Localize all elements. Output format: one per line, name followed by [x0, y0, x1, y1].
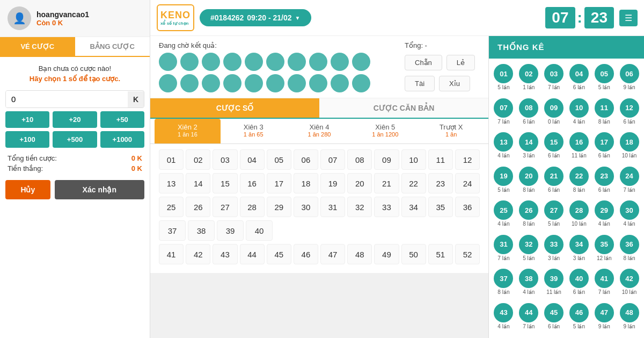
tab-cuoc-can-ban[interactable]: CƯỢC CĂN BẢN — [319, 98, 488, 118]
stat-count: 10 lần — [622, 289, 637, 295]
number-cell-39[interactable]: 39 — [217, 220, 244, 241]
stat-count: 6 lần — [573, 289, 585, 295]
amount-input[interactable] — [6, 91, 128, 107]
xien-tab-4[interactable]: Xiên 41 ăn 280 — [287, 119, 353, 143]
stat-number: 11 — [595, 98, 614, 118]
quick-btn-100[interactable]: +100 — [5, 131, 49, 148]
number-cell-12[interactable]: 12 — [455, 149, 480, 170]
number-cell-51[interactable]: 51 — [428, 244, 453, 264]
number-cell-21[interactable]: 21 — [374, 173, 399, 193]
number-cell-17[interactable]: 17 — [267, 173, 291, 193]
stat-number: 28 — [569, 200, 589, 220]
stat-cell-34: 343 lần — [566, 233, 591, 267]
number-cell-10[interactable]: 10 — [401, 149, 426, 170]
stats-grid: 015 lần021 lần037 lần046 lần055 lần069 l… — [489, 59, 644, 338]
xien-tab-3[interactable]: Xiên 31 ăn 65 — [221, 119, 287, 143]
number-cell-36[interactable]: 36 — [455, 197, 480, 217]
number-cell-13[interactable]: 13 — [159, 173, 184, 193]
number-cell-2[interactable]: 02 — [186, 149, 210, 170]
number-cell-1[interactable]: 01 — [159, 149, 184, 170]
notice-main: Bạn chưa có cược nào! — [5, 64, 144, 73]
number-cell-6[interactable]: 06 — [294, 149, 318, 170]
number-cell-40[interactable]: 40 — [246, 220, 273, 241]
amount-unit: K — [128, 91, 144, 107]
number-cell-42[interactable]: 42 — [186, 244, 210, 264]
stat-count: 11 lần — [572, 153, 587, 159]
number-cell-23[interactable]: 23 — [428, 173, 453, 193]
number-cell-24[interactable]: 24 — [455, 173, 480, 193]
number-cell-22[interactable]: 22 — [401, 173, 426, 193]
number-cell-52[interactable]: 52 — [455, 244, 480, 264]
number-cell-47[interactable]: 47 — [320, 244, 345, 264]
stat-count: 4 lần — [497, 221, 509, 227]
tab-ve-cuoc[interactable]: VÉ CƯỢC — [0, 37, 75, 56]
game-id-button[interactable]: #0184262 09:20 - 21/02 ▼ — [200, 9, 311, 26]
xien-tab-6[interactable]: Trượt X1 ăn — [418, 119, 484, 143]
number-cell-34[interactable]: 34 — [401, 197, 426, 217]
number-cell-9[interactable]: 09 — [374, 149, 399, 170]
tab-bang-cuoc[interactable]: BẢNG CƯỢC — [75, 37, 150, 56]
stat-count: 5 lần — [573, 323, 585, 329]
draw-ball — [159, 74, 177, 92]
number-cell-25[interactable]: 25 — [159, 197, 184, 217]
number-cell-38[interactable]: 38 — [188, 220, 215, 241]
stat-cell-20: 208 lần — [516, 164, 541, 199]
number-cell-44[interactable]: 44 — [240, 244, 265, 264]
stat-count: 1 lần — [523, 84, 535, 90]
confirm-button[interactable]: Xác nhận — [55, 180, 144, 199]
number-cell-29[interactable]: 29 — [267, 197, 291, 217]
number-cell-4[interactable]: 04 — [240, 149, 265, 170]
number-cell-14[interactable]: 14 — [186, 173, 210, 193]
timer-icon-button[interactable]: ☰ — [619, 10, 638, 26]
number-cell-11[interactable]: 11 — [428, 149, 453, 170]
stat-cell-33: 333 lần — [541, 233, 567, 267]
content-row: Đang chờ kết quả: Tổng: - Chẵn Lẻ Tài Xỉ… — [150, 36, 644, 338]
number-cell-28[interactable]: 28 — [240, 197, 265, 217]
number-cell-45[interactable]: 45 — [267, 244, 291, 264]
number-cell-37[interactable]: 37 — [159, 220, 186, 241]
number-cell-3[interactable]: 03 — [213, 149, 237, 170]
quick-btn-50[interactable]: +50 — [100, 111, 144, 128]
number-cell-19[interactable]: 19 — [320, 173, 345, 193]
stat-count: 0 lần — [548, 119, 560, 125]
number-cell-27[interactable]: 27 — [213, 197, 237, 217]
stat-number: 26 — [519, 200, 538, 220]
quick-btn-10[interactable]: +10 — [5, 111, 49, 128]
left-panel: 👤 hoangvancao1 Còn 0 K VÉ CƯỢC BẢNG CƯỢC… — [0, 0, 150, 338]
number-cell-35[interactable]: 35 — [428, 197, 453, 217]
quick-btn-500[interactable]: +500 — [53, 131, 97, 148]
quick-btn-1000[interactable]: +1000 — [100, 131, 144, 148]
number-cell-20[interactable]: 20 — [347, 173, 372, 193]
stat-count: 8 lần — [523, 221, 535, 227]
number-cell-50[interactable]: 50 — [401, 244, 426, 264]
number-cell-18[interactable]: 18 — [294, 173, 318, 193]
number-cell-41[interactable]: 41 — [159, 244, 184, 264]
number-cell-26[interactable]: 26 — [186, 197, 210, 217]
draw-ball — [202, 74, 220, 92]
xien-tab-2[interactable]: Xiên 21 ăn 16 — [155, 119, 221, 143]
number-cell-30[interactable]: 30 — [294, 197, 318, 217]
number-cell-48[interactable]: 48 — [347, 244, 372, 264]
avatar: 👤 — [8, 6, 31, 30]
number-cell-15[interactable]: 15 — [213, 173, 237, 193]
number-cell-33[interactable]: 33 — [374, 197, 399, 217]
tab-cuoc-so[interactable]: CƯỢC SỐ — [150, 98, 319, 118]
draw-ball — [202, 53, 220, 71]
number-cell-31[interactable]: 31 — [320, 197, 345, 217]
stat-cell-30: 304 lần — [617, 198, 642, 233]
bet-type-tabs: CƯỢC SỐ CƯỢC CĂN BẢN — [150, 98, 488, 119]
number-cell-7[interactable]: 07 — [320, 149, 345, 170]
number-cell-5[interactable]: 05 — [267, 149, 291, 170]
number-cell-43[interactable]: 43 — [213, 244, 237, 264]
number-cell-16[interactable]: 16 — [240, 173, 265, 193]
number-cell-49[interactable]: 49 — [374, 244, 399, 264]
stat-number: 09 — [544, 98, 564, 118]
stat-cell-40: 406 lần — [566, 267, 591, 301]
number-cell-32[interactable]: 32 — [347, 197, 372, 217]
number-cell-8[interactable]: 08 — [347, 149, 372, 170]
stat-number: 20 — [519, 167, 538, 186]
cancel-button[interactable]: Hủy — [5, 180, 50, 199]
quick-btn-20[interactable]: +20 — [53, 111, 97, 128]
number-cell-46[interactable]: 46 — [294, 244, 318, 264]
xien-tab-5[interactable]: Xiên 51 ăn 1200 — [352, 119, 418, 143]
